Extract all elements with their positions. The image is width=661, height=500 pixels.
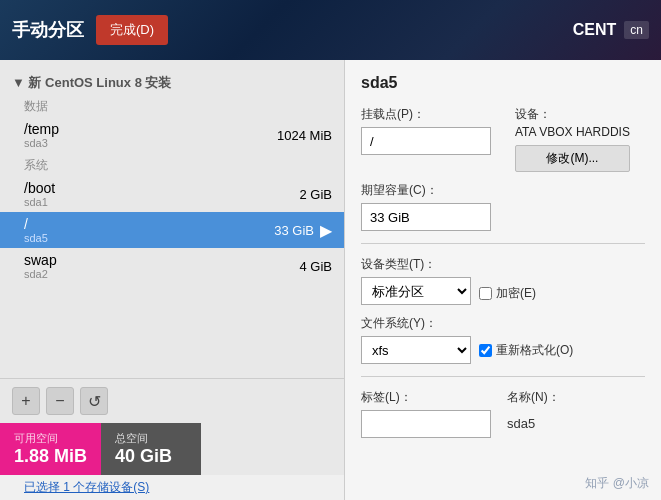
space-info-row: 可用空间 1.88 MiB 总空间 40 GiB [0, 423, 344, 475]
device-label: 设备： [515, 106, 630, 123]
section-data-header: 数据 [0, 94, 344, 117]
divider-2 [361, 376, 645, 377]
space-available-label: 可用空间 [14, 431, 87, 446]
partition-sub-swap: sda2 [24, 268, 57, 280]
reformat-checkbox[interactable] [479, 344, 492, 357]
partition-name-temp: /temp [24, 121, 59, 137]
partition-size-boot: 2 GiB [299, 187, 332, 202]
partition-sub-temp: sda3 [24, 137, 59, 149]
name-value: sda5 [507, 410, 560, 431]
name-label: 名称(N)： [507, 389, 560, 406]
space-total-value: 40 GiB [115, 446, 187, 467]
header-right: CENT cn [573, 21, 649, 39]
desired-capacity-group: 期望容量(C)： [361, 182, 645, 231]
partition-left-temp: /temp sda3 [24, 121, 59, 149]
space-total: 总空间 40 GiB [101, 423, 201, 475]
storage-link-row: 已选择 1 个存储设备(S) [0, 475, 344, 500]
brand-label: CENT [573, 21, 617, 39]
storage-link[interactable]: 已选择 1 个存储设备(S) [12, 476, 149, 494]
mount-point-group: 挂载点(P)： [361, 106, 491, 155]
watermark: 知乎 @小凉 [585, 475, 649, 492]
partition-controls: + − ↺ [0, 378, 344, 423]
page-title: 手动分区 [12, 18, 84, 42]
filesystem-label: 文件系统(Y)： [361, 315, 573, 332]
device-type-select[interactable]: 标准分区 LVM LVM 精简配置 [361, 277, 471, 305]
partition-left-swap: swap sda2 [24, 252, 57, 280]
partition-item-temp[interactable]: /temp sda3 1024 MiB [0, 117, 344, 153]
desired-capacity-label: 期望容量(C)： [361, 182, 645, 199]
lang-indicator: cn [624, 21, 649, 39]
device-type-group: 设备类型(T)： 标准分区 LVM LVM 精简配置 加密(E) [361, 256, 536, 305]
filesystem-select[interactable]: xfs ext4 ext3 swap [361, 336, 471, 364]
partition-size-swap: 4 GiB [299, 259, 332, 274]
partition-item-root[interactable]: / sda5 33 GiB ▶ [0, 212, 344, 248]
partition-detail-title: sda5 [361, 74, 645, 92]
device-info: 设备： ATA VBOX HARDDIS 修改(M)... [515, 106, 630, 172]
partition-size-temp: 1024 MiB [277, 128, 332, 143]
done-button[interactable]: 完成(D) [96, 15, 168, 45]
selected-arrow-icon: ▶ [320, 221, 332, 240]
tree-group-header[interactable]: ▼ 新 CentOS Linux 8 安装 [0, 68, 344, 94]
tag-label: 标签(L)： [361, 389, 491, 406]
partition-name-boot: /boot [24, 180, 55, 196]
name-group: 名称(N)： sda5 [507, 389, 560, 431]
partition-right-temp: 1024 MiB [277, 128, 332, 143]
partition-item-swap[interactable]: swap sda2 4 GiB [0, 248, 344, 284]
encrypt-group: 加密(E) [479, 281, 536, 302]
device-type-label: 设备类型(T)： [361, 256, 536, 273]
desired-capacity-input[interactable] [361, 203, 491, 231]
main-content: ▼ 新 CentOS Linux 8 安装 数据 /temp sda3 1024… [0, 60, 661, 500]
modify-button[interactable]: 修改(M)... [515, 145, 630, 172]
partition-left-root: / sda5 [24, 216, 48, 244]
partition-left-boot: /boot sda1 [24, 180, 55, 208]
mount-device-row: 挂载点(P)： 设备： ATA VBOX HARDDIS 修改(M)... [361, 106, 645, 172]
partition-tree: ▼ 新 CentOS Linux 8 安装 数据 /temp sda3 1024… [0, 60, 344, 378]
device-value: ATA VBOX HARDDIS [515, 125, 630, 139]
space-available: 可用空间 1.88 MiB [0, 423, 101, 475]
tag-name-row: 标签(L)： 名称(N)： sda5 [361, 389, 645, 438]
tree-group-label: ▼ 新 CentOS Linux 8 安装 [12, 74, 172, 92]
filesystem-row: 文件系统(Y)： xfs ext4 ext3 swap 重新格式化(O) [361, 315, 645, 364]
space-total-label: 总空间 [115, 431, 187, 446]
partition-sub-boot: sda1 [24, 196, 55, 208]
tag-input[interactable] [361, 410, 491, 438]
device-type-row: 设备类型(T)： 标准分区 LVM LVM 精简配置 加密(E) [361, 256, 645, 305]
mount-point-label: 挂载点(P)： [361, 106, 491, 123]
divider-1 [361, 243, 645, 244]
left-panel: ▼ 新 CentOS Linux 8 安装 数据 /temp sda3 1024… [0, 60, 345, 500]
partition-sub-root: sda5 [24, 232, 48, 244]
partition-right-swap: 4 GiB [299, 259, 332, 274]
reformat-label: 重新格式化(O) [496, 342, 573, 359]
space-available-value: 1.88 MiB [14, 446, 87, 467]
add-partition-button[interactable]: + [12, 387, 40, 415]
reformat-group: 重新格式化(O) [479, 342, 573, 359]
section-system-header: 系统 [0, 153, 344, 176]
partition-size-root: 33 GiB [274, 223, 314, 238]
remove-partition-button[interactable]: − [46, 387, 74, 415]
tag-group: 标签(L)： [361, 389, 491, 438]
partition-right-boot: 2 GiB [299, 187, 332, 202]
partition-right-root: 33 GiB ▶ [274, 221, 332, 240]
partition-name-root: / [24, 216, 48, 232]
filesystem-group: 文件系统(Y)： xfs ext4 ext3 swap 重新格式化(O) [361, 315, 573, 364]
refresh-button[interactable]: ↺ [80, 387, 108, 415]
mount-point-input[interactable] [361, 127, 491, 155]
right-panel: sda5 挂载点(P)： 设备： ATA VBOX HARDDIS 修改(M).… [345, 60, 661, 500]
header: 手动分区 完成(D) CENT cn [0, 0, 661, 60]
encrypt-label: 加密(E) [496, 285, 536, 302]
encrypt-checkbox[interactable] [479, 287, 492, 300]
partition-name-swap: swap [24, 252, 57, 268]
partition-item-boot[interactable]: /boot sda1 2 GiB [0, 176, 344, 212]
